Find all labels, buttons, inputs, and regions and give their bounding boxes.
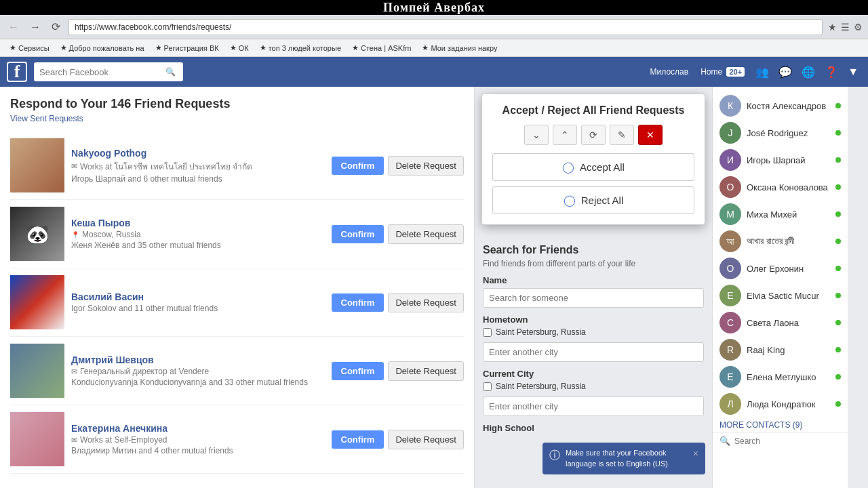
contact-item-8[interactable]: С Света Лаона	[713, 309, 848, 336]
online-indicator-9	[835, 347, 841, 352]
contact-avatar-10: Е	[719, 366, 741, 388]
friend-mutual-1: Игорь Шарпай and 6 other mutual friends	[71, 174, 325, 184]
contacts-search-input[interactable]	[734, 436, 841, 446]
messages-icon[interactable]: 💬	[776, 63, 795, 81]
friend-detail-1: ✉ Works at โนโครซีพ เทคโนโลยี ประเทศไทย …	[71, 160, 325, 173]
contact-item-6[interactable]: О Олег Ерхонин	[713, 255, 848, 282]
name-label: Name	[483, 275, 704, 285]
contact-avatar-9: R	[719, 339, 741, 361]
friend-name-3[interactable]: Василий Васин	[71, 291, 325, 302]
online-indicator-0	[835, 103, 841, 108]
accept-all-button[interactable]: ◯ Accept All	[492, 153, 694, 181]
bookmark-vk[interactable]: ★ Регистрация ВК	[151, 42, 223, 54]
current-city-checkbox[interactable]	[483, 382, 492, 391]
friends-icon[interactable]: 👥	[753, 63, 772, 81]
delete-btn-2[interactable]: Delete Request	[388, 224, 464, 244]
friend-actions-4: Confirm Delete Request	[332, 361, 464, 381]
contact-avatar-2: И	[719, 149, 741, 171]
star-icon[interactable]: ★	[828, 22, 837, 33]
modal-edit-btn[interactable]: ✎	[610, 125, 634, 145]
friend-actions-3: Confirm Delete Request	[332, 293, 464, 312]
contact-item-3[interactable]: О Оксана Коновалова	[713, 174, 848, 201]
contact-item-0[interactable]: К Костя Александров	[713, 92, 848, 119]
search-contacts-icon: 🔍	[719, 436, 730, 446]
online-indicator-3	[835, 184, 841, 190]
friend-name-2[interactable]: Кеша Пыров	[71, 218, 325, 228]
bookmark-services[interactable]: ★ Сервисы	[5, 42, 54, 54]
bookmark-top3[interactable]: ★ топ 3 людей которые	[256, 42, 345, 54]
friend-name-4[interactable]: Дмитрий Шевцов	[71, 354, 325, 365]
delete-btn-5[interactable]: Delete Request	[388, 430, 464, 449]
bookmark-ok[interactable]: ★ ОК	[226, 42, 253, 54]
modal-title: Accept / Reject All Friend Requests	[492, 104, 694, 117]
current-city-input[interactable]	[483, 396, 704, 416]
friend-name-5[interactable]: Екатерина Анечкина	[71, 423, 325, 434]
current-city-checkbox-label: Saint Petersburg, Russia	[496, 382, 586, 391]
hometown-section: Hometown Saint Petersburg, Russia	[483, 314, 704, 362]
search-input[interactable]	[39, 67, 161, 77]
contact-item-11[interactable]: Л Люда Кондратюк	[713, 390, 848, 418]
modal-up-btn[interactable]: ⌃	[553, 125, 577, 145]
bookmark-myzad[interactable]: ★ Мои задания накру	[418, 42, 501, 54]
confirm-btn-2[interactable]: Confirm	[332, 225, 384, 243]
delete-btn-1[interactable]: Delete Request	[388, 156, 464, 176]
view-sent-link[interactable]: View Sent Requests	[10, 114, 464, 123]
help-icon[interactable]: ❓	[822, 63, 841, 81]
current-city-checkbox-item: Saint Petersburg, Russia	[483, 382, 704, 391]
info-icon: ⓘ	[549, 449, 560, 463]
hometown-city-input[interactable]	[483, 342, 704, 362]
fb-nav: Милослав Home 20+ 👥 💬 🌐 ❓ ▼	[646, 63, 861, 81]
bookmark-welcome[interactable]: ★ Добро пожаловать на	[56, 42, 149, 54]
modal-down-btn[interactable]: ⌄	[524, 125, 549, 145]
friend-name-1[interactable]: Nakyoog Pothog	[71, 148, 325, 159]
refresh-button[interactable]: ⟳	[49, 19, 63, 35]
forward-button[interactable]: →	[27, 20, 43, 35]
name-search-input[interactable]	[483, 288, 704, 308]
avatar-vasily	[10, 275, 64, 329]
confirm-btn-4[interactable]: Confirm	[332, 362, 384, 380]
user-name[interactable]: Милослав	[646, 64, 693, 79]
online-indicator-6	[835, 266, 841, 271]
friend-request-5: Екатерина Анечкина ✉ Works at Self-Emplo…	[10, 405, 464, 474]
toast-notification: ⓘ Make sure that your Facebook language …	[542, 443, 705, 474]
contact-item-9[interactable]: R Raaj King	[713, 336, 848, 363]
more-contacts-link[interactable]: MORE CONTACTS (9)	[713, 418, 848, 432]
confirm-btn-1[interactable]: Confirm	[332, 157, 384, 175]
modal-refresh-btn[interactable]: ⟳	[581, 125, 606, 145]
toast-close-btn[interactable]: ×	[693, 448, 698, 459]
online-indicator-7	[835, 293, 841, 298]
contact-item-10[interactable]: Е Елена Метлушко	[713, 363, 848, 390]
friend-actions-2: Confirm Delete Request	[332, 224, 464, 244]
bookmark-askfm[interactable]: ★ Стена | ASKfm	[348, 42, 415, 54]
contact-item-1[interactable]: J José Rodriguez	[713, 119, 848, 146]
search-friends-panel: Search for Friends Find friends from dif…	[475, 236, 712, 444]
search-box[interactable]: 🔍	[34, 62, 183, 81]
settings-icon[interactable]: ⚙	[854, 22, 863, 33]
address-bar[interactable]: https://www.facebook.com/friends/request…	[68, 19, 823, 35]
reject-all-button[interactable]: ◯ Reject All	[492, 186, 694, 214]
contact-item-2[interactable]: И Игорь Шарпай	[713, 146, 848, 174]
right-panel: К Костя Александров J José Rodriguez И И…	[712, 87, 848, 488]
friend-detail-5: ✉ Works at Self-Employed	[71, 435, 325, 445]
delete-btn-3[interactable]: Delete Request	[388, 293, 464, 312]
back-button[interactable]: ←	[5, 20, 22, 35]
confirm-btn-3[interactable]: Confirm	[332, 293, 384, 312]
globe-icon[interactable]: 🌐	[799, 63, 818, 81]
contact-item-5[interactable]: আ আখার রাতের বন্দিী	[713, 228, 848, 255]
main-content: Respond to Your 146 Friend Requests View…	[0, 87, 868, 488]
home-link[interactable]: Home 20+	[696, 64, 749, 79]
contact-item-4[interactable]: М Миха Михей	[713, 201, 848, 228]
bookmark-icon[interactable]: ☰	[841, 22, 850, 33]
confirm-btn-5[interactable]: Confirm	[332, 430, 384, 449]
delete-btn-4[interactable]: Delete Request	[388, 361, 464, 381]
online-indicator-2	[835, 157, 841, 163]
hometown-checkbox[interactable]	[483, 328, 492, 337]
contact-name-4: Миха Михей	[747, 209, 830, 220]
modal-close-btn[interactable]: ✕	[638, 125, 663, 145]
contact-name-6: Олег Ерхонин	[747, 264, 830, 274]
work-icon-5: ✉	[71, 436, 77, 445]
dropdown-icon[interactable]: ▼	[845, 63, 861, 81]
contact-name-5: আখার রাতের বন্দিী	[747, 236, 830, 247]
page-title: Помпей Авербах	[383, 1, 485, 15]
contact-item-7[interactable]: E Elvia Sactic Mucur	[713, 282, 848, 309]
